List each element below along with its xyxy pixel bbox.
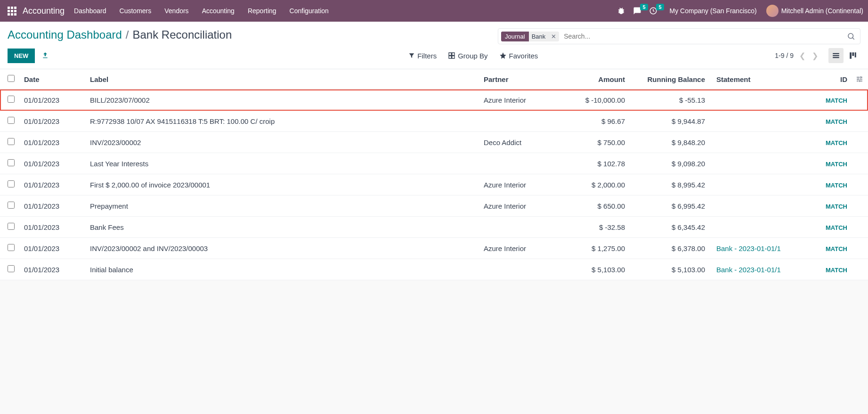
- messages-icon[interactable]: 5: [633, 7, 641, 15]
- cell-amount: $ 750.00: [564, 132, 630, 153]
- cell-date: 01/01/2023: [19, 174, 85, 195]
- match-button[interactable]: MATCH: [826, 118, 847, 125]
- col-options[interactable]: [851, 69, 868, 89]
- filter-icon: [408, 52, 415, 59]
- pager-prev[interactable]: ❮: [798, 51, 806, 60]
- row-checkbox[interactable]: [8, 265, 15, 272]
- col-partner[interactable]: Partner: [479, 69, 564, 89]
- activities-icon[interactable]: 5: [649, 7, 657, 15]
- breadcrumb-root[interactable]: Accounting Dashboard: [8, 28, 122, 41]
- row-checkbox[interactable]: [8, 223, 15, 230]
- col-date[interactable]: Date: [19, 69, 85, 89]
- upload-button[interactable]: [41, 52, 49, 59]
- row-checkbox[interactable]: [8, 244, 15, 251]
- star-icon: [499, 52, 507, 59]
- match-button[interactable]: MATCH: [826, 267, 847, 274]
- search-input[interactable]: [562, 31, 845, 42]
- table-row[interactable]: 01/01/2023First $ 2,000.00 of invoice 20…: [0, 174, 868, 195]
- col-statement[interactable]: Statement: [710, 69, 804, 89]
- row-checkbox[interactable]: [8, 180, 15, 187]
- cell-date: 01/01/2023: [19, 111, 85, 132]
- groupby-label: Group By: [458, 52, 487, 60]
- groupby-icon: [448, 52, 455, 59]
- row-checkbox[interactable]: [8, 138, 15, 145]
- cell-amount: $ 1,275.00: [564, 238, 630, 259]
- row-checkbox[interactable]: [8, 96, 15, 103]
- nav-vendors[interactable]: Vendors: [164, 7, 188, 15]
- cell-balance: $ 9,848.20: [630, 132, 710, 153]
- match-button[interactable]: MATCH: [826, 139, 847, 146]
- cell-statement: [710, 132, 804, 153]
- table-row[interactable]: 01/01/2023BILL/2023/07/0002Azure Interio…: [0, 89, 868, 111]
- cell-balance: $ 8,995.42: [630, 174, 710, 195]
- table-row[interactable]: 01/01/2023INV/2023/00002 and INV/2023/00…: [0, 238, 868, 259]
- match-button[interactable]: MATCH: [826, 97, 847, 104]
- favorites-menu[interactable]: Favorites: [499, 52, 538, 60]
- view-list-button[interactable]: [828, 48, 844, 63]
- table-row[interactable]: 01/01/2023Last Year Interests$ 102.78$ 9…: [0, 153, 868, 174]
- nav-accounting[interactable]: Accounting: [202, 7, 235, 15]
- cell-label: INV/2023/00002 and INV/2023/00003: [85, 238, 479, 259]
- view-kanban-button[interactable]: [845, 48, 860, 63]
- app-name: Accounting: [23, 6, 65, 16]
- apps-menu-button[interactable]: [5, 7, 19, 16]
- cell-statement: [710, 89, 804, 111]
- match-button[interactable]: MATCH: [826, 161, 847, 168]
- nav-reporting[interactable]: Reporting: [248, 7, 276, 15]
- cell-statement: [710, 174, 804, 195]
- cell-label: Initial balance: [85, 259, 479, 280]
- table-row[interactable]: 01/01/2023Initial balance$ 5,103.00$ 5,1…: [0, 259, 868, 280]
- groupby-menu[interactable]: Group By: [448, 52, 487, 60]
- new-button[interactable]: NEW: [8, 49, 35, 63]
- table-row[interactable]: 01/01/2023INV/2023/00002Deco Addict$ 750…: [0, 132, 868, 153]
- col-amount[interactable]: Amount: [564, 69, 630, 89]
- breadcrumb-sep: /: [126, 28, 129, 41]
- cell-date: 01/01/2023: [19, 195, 85, 217]
- filters-menu[interactable]: Filters: [408, 52, 437, 60]
- match-button[interactable]: MATCH: [826, 224, 847, 231]
- table-row[interactable]: 01/01/2023PrepaymentAzure Interior$ 650.…: [0, 195, 868, 217]
- pager-next[interactable]: ❯: [811, 51, 819, 60]
- cell-statement: [710, 153, 804, 174]
- cell-label: BILL/2023/07/0002: [85, 89, 479, 111]
- facet-remove[interactable]: ✕: [548, 33, 559, 40]
- nav-configuration[interactable]: Configuration: [290, 7, 329, 15]
- cell-amount: $ -32.58: [564, 217, 630, 238]
- col-balance[interactable]: Running Balance: [630, 69, 710, 89]
- cell-balance: $ 9,098.20: [630, 153, 710, 174]
- pager-range[interactable]: 1-9 / 9: [775, 52, 794, 59]
- nav-customers[interactable]: Customers: [120, 7, 152, 15]
- search-icon[interactable]: [845, 32, 857, 41]
- table-row[interactable]: 01/01/2023R:9772938 10/07 AX 9415116318 …: [0, 111, 868, 132]
- statement-link[interactable]: Bank - 2023-01-01/1: [716, 266, 781, 274]
- cell-amount: $ 102.78: [564, 153, 630, 174]
- user-menu[interactable]: Mitchell Admin (Continental): [766, 5, 863, 17]
- match-button[interactable]: MATCH: [826, 203, 847, 210]
- col-label[interactable]: Label: [85, 69, 479, 89]
- col-id[interactable]: ID: [804, 69, 851, 89]
- match-button[interactable]: MATCH: [826, 245, 847, 252]
- facet-value: Bank: [529, 32, 549, 41]
- cell-statement: Bank - 2023-01-01/1: [710, 259, 804, 280]
- company-selector[interactable]: My Company (San Francisco): [670, 7, 757, 15]
- filters-label: Filters: [417, 52, 437, 60]
- select-all-checkbox[interactable]: [8, 75, 15, 82]
- cell-partner: [479, 111, 564, 132]
- match-button[interactable]: MATCH: [826, 182, 847, 189]
- cell-partner: Azure Interior: [479, 89, 564, 111]
- cell-amount: $ -10,000.00: [564, 89, 630, 111]
- cell-label: Bank Fees: [85, 217, 479, 238]
- row-checkbox[interactable]: [8, 159, 15, 166]
- breadcrumb-current: Bank Reconciliation: [133, 28, 232, 41]
- nav-dashboard[interactable]: Dashboard: [74, 7, 106, 15]
- cell-statement: [710, 195, 804, 217]
- cell-balance: $ 6,378.00: [630, 238, 710, 259]
- cell-balance: $ 6,995.42: [630, 195, 710, 217]
- search-box[interactable]: Journal Bank ✕: [498, 28, 860, 44]
- row-checkbox[interactable]: [8, 202, 15, 209]
- debug-icon[interactable]: [617, 7, 625, 15]
- row-checkbox[interactable]: [8, 117, 15, 124]
- cell-partner: [479, 217, 564, 238]
- statement-link[interactable]: Bank - 2023-01-01/1: [716, 244, 781, 252]
- table-row[interactable]: 01/01/2023Bank Fees$ -32.58$ 6,345.42MAT…: [0, 217, 868, 238]
